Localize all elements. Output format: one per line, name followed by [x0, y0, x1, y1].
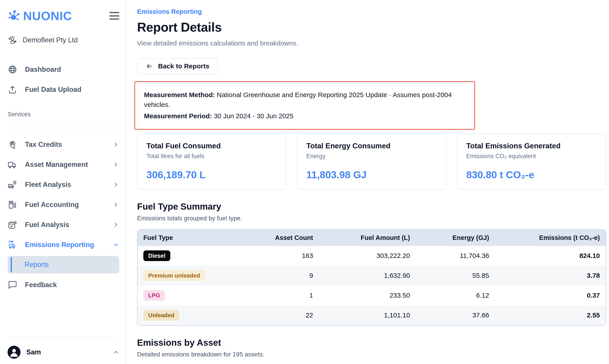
- sidebar-item-feedback[interactable]: Feedback: [8, 278, 119, 292]
- card-value: 830.80 t CO₂-e: [466, 169, 597, 181]
- sidebar-item-label: Fuel Data Upload: [25, 86, 81, 93]
- fuel-pump-icon: [8, 200, 17, 210]
- cell-emissions: 0.37: [489, 286, 606, 305]
- cell-asset-count: 22: [250, 305, 313, 325]
- measurement-method-line: Measurement Method: National Greenhouse …: [144, 90, 465, 109]
- cell-fuel-amount: 1,101.10: [313, 305, 410, 325]
- tax-credits-icon: $: [8, 140, 17, 149]
- sidebar-divider: [8, 128, 119, 128]
- column-header: Fuel Type: [138, 230, 250, 246]
- cell-fuel-amount: 1,632.90: [313, 266, 410, 286]
- table-row: Premium unleaded 9 1,632.90 55.85 3.78: [138, 266, 606, 286]
- column-header: Fuel Amount (L): [313, 230, 410, 246]
- cell-emissions: 3.78: [489, 266, 606, 286]
- card-value: 11,803.98 GJ: [306, 169, 437, 181]
- page-title: Report Details: [137, 20, 605, 35]
- measurement-method-label: Measurement Method:: [144, 91, 215, 98]
- truck-icon: [8, 160, 17, 169]
- menu-icon[interactable]: [109, 12, 119, 20]
- fuel-type-badge: LPG: [143, 290, 165, 301]
- chevron-right-icon: [113, 161, 119, 168]
- sidebar-item-label: Fleet Analysis: [25, 181, 71, 189]
- card-total-emissions: Total Emissions Generated Emissions CO₂ …: [457, 134, 606, 190]
- chevron-right-icon: [113, 181, 119, 188]
- switch-account-icon: [8, 35, 17, 45]
- chevron-down-icon: [113, 241, 119, 248]
- card-subtitle: Emissions CO₂ equivalent: [466, 153, 597, 160]
- fuel-type-badge: Premium unleaded: [143, 270, 205, 281]
- card-total-fuel: Total Fuel Consumed Total litres for all…: [137, 134, 286, 190]
- cell-emissions: 2.55: [489, 305, 606, 325]
- card-total-energy: Total Energy Consumed Energy 11,803.98 G…: [297, 134, 446, 190]
- avatar: [8, 346, 21, 359]
- calendar-dollar-icon: $: [8, 220, 17, 230]
- cell-energy: 6.12: [410, 286, 489, 305]
- cell-asset-count: 9: [250, 266, 313, 286]
- table-header-row: Fuel Type Asset Count Fuel Amount (L) En…: [138, 230, 606, 246]
- cell-fuel-amount: 303,222.20: [313, 246, 410, 266]
- sidebar-item-label: Fuel Accounting: [25, 201, 79, 209]
- sidebar-item-label: Feedback: [25, 281, 57, 289]
- measurement-period-label: Measurement Period:: [144, 112, 212, 120]
- svg-text:$: $: [15, 221, 17, 224]
- summary-cards: Total Fuel Consumed Total litres for all…: [137, 134, 606, 190]
- card-title: Total Energy Consumed: [306, 142, 437, 150]
- back-button-label: Back to Reports: [158, 62, 209, 70]
- user-name: Sam: [26, 348, 41, 356]
- sidebar-item-fuel-analysis[interactable]: $ Fuel Analysis: [8, 218, 119, 232]
- sidebar-footer: Sam: [8, 338, 119, 359]
- cell-energy: 37.66: [410, 305, 489, 325]
- sidebar-item-label: Tax Credits: [25, 141, 62, 149]
- sidebar-item-fuel-data-upload[interactable]: Fuel Data Upload: [8, 84, 119, 95]
- sidebar-item-fleet-analysis[interactable]: Fleet Analysis: [8, 178, 119, 191]
- company-name: Demofleet Pty Ltd: [23, 36, 78, 44]
- card-value: 306,189.70 L: [146, 169, 277, 181]
- upload-icon: [8, 85, 17, 94]
- card-title: Total Emissions Generated: [466, 142, 597, 150]
- globe-icon: [8, 65, 17, 74]
- page-subtitle: View detailed emissions calculations and…: [137, 39, 605, 47]
- fuel-summary-subtitle: Emissions totals grouped by fuel type.: [137, 215, 605, 222]
- services-nav: $ Tax Credits Asset Management: [8, 138, 119, 292]
- chevron-right-icon: [113, 221, 119, 228]
- breadcrumb[interactable]: Emissions Reporting: [137, 8, 202, 15]
- user-menu[interactable]: Sam: [8, 346, 119, 359]
- arrow-left-icon: [146, 62, 153, 70]
- sidebar-header: NUONIC: [8, 9, 119, 23]
- cell-energy: 11,704.36: [410, 246, 489, 266]
- table-row: Diesel 163 303,222.20 11,704.36 824.10: [138, 246, 606, 266]
- chevron-up-icon: [113, 349, 119, 355]
- measurement-info-box: Measurement Method: National Greenhouse …: [134, 81, 475, 130]
- sidebar-item-fuel-accounting[interactable]: Fuel Accounting: [8, 198, 119, 211]
- sidebar-item-label: Dashboard: [25, 65, 61, 74]
- cell-asset-count: 163: [250, 246, 313, 266]
- column-header: Emissions (t CO₂-e): [489, 230, 606, 246]
- back-to-reports-button[interactable]: Back to Reports: [137, 58, 218, 74]
- sidebar-item-emissions-reporting[interactable]: Emissions Reporting: [8, 238, 119, 251]
- nuonic-logo[interactable]: NUONIC: [8, 9, 72, 23]
- measurement-period-value: 30 Jun 2024 - 30 Jun 2025: [212, 112, 293, 120]
- sidebar: NUONIC Demofleet Pty Ltd: [0, 0, 126, 364]
- sidebar-subitem-label: Reports: [25, 261, 49, 269]
- sidebar-item-label: Emissions Reporting: [25, 241, 94, 249]
- sidebar-subitem-reports[interactable]: Reports: [8, 256, 119, 273]
- table-row: Unleaded 22 1,101.10 37.66 2.55: [138, 305, 606, 325]
- measurement-period-line: Measurement Period: 30 Jun 2024 - 30 Jun…: [144, 111, 465, 121]
- organisation-switcher[interactable]: Demofleet Pty Ltd: [8, 35, 119, 45]
- sidebar-item-tax-credits[interactable]: $ Tax Credits: [8, 138, 119, 151]
- column-header: Energy (GJ): [410, 230, 489, 246]
- sidebar-item-asset-management[interactable]: Asset Management: [8, 158, 119, 171]
- main-content: Emissions Reporting Report Details View …: [126, 0, 609, 364]
- chat-bubble-icon: [8, 280, 17, 290]
- cell-emissions: 824.10: [489, 246, 606, 266]
- fleet-pin-truck-icon: [8, 180, 17, 190]
- emissions-by-asset-title: Emissions by Asset: [137, 338, 605, 348]
- sidebar-item-label: Fuel Analysis: [25, 221, 69, 229]
- table-row: LPG 1 233.50 6.12 0.37: [138, 286, 606, 305]
- sidebar-item-dashboard[interactable]: Dashboard: [8, 64, 119, 75]
- services-section-label: Services: [8, 111, 119, 118]
- emissions-by-asset-subtitle: Detailed emissions breakdown for 195 ass…: [137, 351, 605, 358]
- sidebar-item-label: Asset Management: [25, 161, 88, 169]
- svg-text:$: $: [13, 146, 15, 149]
- fuel-type-badge: Unleaded: [143, 310, 179, 321]
